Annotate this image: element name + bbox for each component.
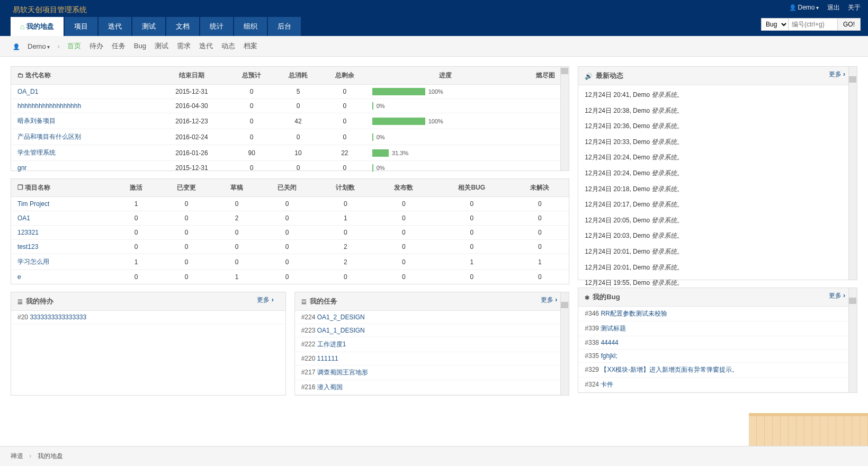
cell: 0 <box>275 129 321 145</box>
search-type-select[interactable]: Bug <box>761 18 789 31</box>
tasks-more-link[interactable]: 更多 <box>541 295 557 304</box>
progress: 100% <box>370 88 521 95</box>
table-row: e00100000 <box>11 270 569 284</box>
iteration-link[interactable]: 产品和项目有什么区别 <box>17 133 81 140</box>
activity-more-link[interactable]: 更多 <box>829 70 845 79</box>
item-link[interactable]: 调查蜀国王宫地形 <box>317 369 368 376</box>
item-link[interactable]: OA1_2_DESIGN <box>317 313 365 321</box>
item-link[interactable]: 测试标题 <box>601 325 626 332</box>
cell: 0 <box>258 270 316 284</box>
sub-nav-item[interactable]: Bug <box>130 42 150 50</box>
main-nav: 我的地盘项目迭代测试文档统计组织后台 <box>11 17 302 36</box>
sub-nav-user[interactable]: Demo <box>23 42 54 50</box>
activity-item: 12月24日 20:36, Demo 登录系统。 <box>578 119 857 135</box>
main-nav-tab[interactable]: 测试 <box>132 17 165 36</box>
cell: 0 <box>228 85 275 99</box>
iteration-link[interactable]: hhhhhhhhhhhhhhhhhh <box>17 102 81 110</box>
sub-nav-item[interactable]: 需求 <box>173 42 195 50</box>
cell: 0 <box>157 197 216 211</box>
item-id: #224 <box>301 313 316 321</box>
logout-link[interactable]: 退出 <box>827 4 840 11</box>
search-input[interactable] <box>788 18 838 31</box>
column-header: 相关BUG <box>433 179 511 197</box>
project-link[interactable]: 学习怎么用 <box>17 258 49 265</box>
task-icon <box>301 298 307 306</box>
item-link[interactable]: 【XX模块-新增】进入新增页面有异常弹窗提示。 <box>601 366 738 373</box>
cell: 0 <box>228 129 275 145</box>
cell: 0 <box>258 197 316 211</box>
activity-item: 12月24日 20:05, Demo 登录系统。 <box>578 213 857 229</box>
cell: 10 <box>275 145 321 161</box>
cell: 0 <box>157 226 216 240</box>
iteration-link[interactable]: gnr <box>17 164 26 172</box>
scrollbar[interactable] <box>560 292 569 395</box>
scroll-up-icon[interactable] <box>561 68 568 74</box>
main-nav-tab[interactable]: 组织 <box>234 17 267 36</box>
column-header: 未解决 <box>511 179 569 197</box>
scrollbar[interactable] <box>560 67 569 171</box>
cell: 2 <box>316 254 374 270</box>
sub-nav-item[interactable]: 动态 <box>217 42 239 50</box>
sub-nav-item[interactable]: 迭代 <box>195 42 217 50</box>
scroll-up-icon[interactable] <box>561 302 568 308</box>
user-icon <box>13 42 20 50</box>
cell: 0 <box>115 211 157 226</box>
scrollbar[interactable] <box>848 288 857 392</box>
search-go-button[interactable]: GO! <box>837 18 861 31</box>
activity-item: 12月24日 20:24, Demo 登录系统。 <box>578 150 857 166</box>
item-id: #338 <box>585 339 599 346</box>
item-link[interactable]: 3333333333333333 <box>30 313 86 321</box>
project-link[interactable]: 123321 <box>17 229 39 236</box>
main-nav-tab[interactable]: 项目 <box>65 17 97 36</box>
todo-more-link[interactable]: 更多 <box>257 295 273 304</box>
item-id: #339 <box>585 325 599 332</box>
table-row: Tim Project10000000 <box>11 197 569 211</box>
project-link[interactable]: Tim Project <box>17 200 49 208</box>
chevron-down-icon <box>46 42 50 50</box>
todo-panel: 我的待办 更多 #20 3333333333333333 <box>11 292 286 396</box>
cell: 0 <box>433 226 511 240</box>
app-header: 易软天创项目管理系统 Demo 退出 关于 Bug GO! 我的地盘项目迭代测试… <box>0 0 868 36</box>
item-link[interactable]: 44444 <box>601 339 618 346</box>
user-menu[interactable]: Demo <box>789 4 819 11</box>
sub-nav-item[interactable]: 任务 <box>108 42 130 50</box>
item-link[interactable]: 工作进度1 <box>317 340 346 348</box>
item-link[interactable]: 111111 <box>317 355 338 362</box>
cell: 1 <box>216 270 258 284</box>
item-link[interactable]: 卡件 <box>601 381 613 388</box>
main-nav-tab[interactable]: 文档 <box>166 17 199 36</box>
iteration-link[interactable]: OA_D1 <box>17 88 38 95</box>
scrollbar[interactable] <box>848 67 857 280</box>
iteration-link[interactable]: 暗杀刘备项目 <box>17 117 56 124</box>
column-header: 激活 <box>115 179 157 197</box>
main-nav-tab[interactable]: 后台 <box>268 17 301 36</box>
list-item: #335 fghjkl; <box>578 350 857 363</box>
column-header: 总预计 <box>228 67 275 85</box>
item-link[interactable]: fghjkl; <box>601 352 617 360</box>
item-link[interactable]: RR配置参数测试未校验 <box>601 310 667 317</box>
cell: 0 <box>216 226 258 240</box>
main-nav-tab[interactable]: 统计 <box>200 17 233 36</box>
bugs-more-link[interactable]: 更多 <box>829 291 845 300</box>
about-link[interactable]: 关于 <box>848 4 861 11</box>
panel-title: 我的Bug <box>593 292 620 302</box>
main-nav-tab[interactable]: 迭代 <box>99 17 131 36</box>
item-link[interactable]: 潜入蜀国 <box>317 383 343 391</box>
column-header: 总剩余 <box>321 67 368 85</box>
main-nav-tab[interactable]: 我的地盘 <box>11 17 64 36</box>
item-id: #217 <box>301 369 316 376</box>
project-link[interactable]: e <box>17 273 21 281</box>
item-link[interactable]: OA1_1_DESIGN <box>317 327 365 334</box>
sub-nav-item[interactable]: 首页 <box>63 42 85 50</box>
cell: 0 <box>374 240 433 254</box>
iteration-table: 迭代名称结束日期总预计总消耗总剩余进度燃尽图 OA_D12015-12-3105… <box>11 67 569 175</box>
iteration-link[interactable]: 学生管理系统 <box>17 149 56 156</box>
activity-panel: 最新动态 更多 12月24日 20:41, Demo 登录系统。12月24日 2… <box>578 66 857 280</box>
sub-nav-item[interactable]: 测试 <box>150 42 173 50</box>
sub-nav-item[interactable]: 待办 <box>85 42 108 50</box>
project-link[interactable]: test123 <box>17 243 38 250</box>
scroll-up-icon[interactable] <box>849 298 856 304</box>
scroll-up-icon[interactable] <box>849 76 856 83</box>
project-link[interactable]: OA1 <box>17 214 30 222</box>
sub-nav-item[interactable]: 档案 <box>239 42 262 50</box>
